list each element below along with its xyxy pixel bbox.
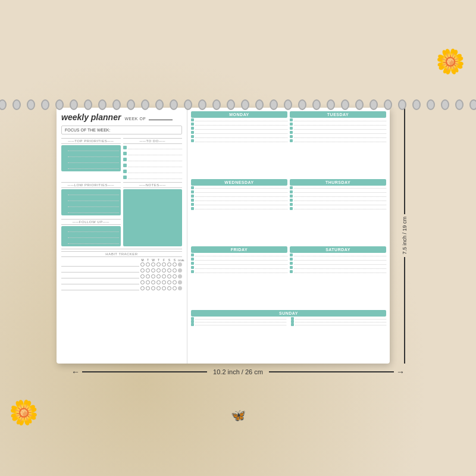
check-box-icon bbox=[123, 152, 127, 155]
spiral-coil bbox=[55, 99, 64, 110]
todo-item[interactable] bbox=[123, 145, 183, 150]
habit-circles bbox=[140, 268, 177, 273]
friday-header: FRIDAY bbox=[191, 246, 287, 253]
check-box-icon bbox=[63, 198, 67, 201]
day-line-item[interactable] bbox=[290, 270, 386, 273]
day-check-icon bbox=[290, 253, 293, 256]
day-goal: GOAL bbox=[178, 259, 182, 262]
day-line-item[interactable] bbox=[191, 207, 287, 210]
spiral-coil bbox=[255, 99, 264, 110]
low-priorities-items bbox=[61, 189, 121, 215]
todo-item[interactable] bbox=[123, 175, 183, 180]
day-line-item[interactable] bbox=[290, 135, 386, 138]
follow-up-item[interactable] bbox=[63, 240, 119, 245]
low-priority-item[interactable] bbox=[63, 209, 119, 214]
day-check-icon bbox=[290, 199, 293, 202]
spiral-coil bbox=[227, 99, 235, 110]
day-line-item[interactable] bbox=[191, 323, 286, 326]
spiral-binding bbox=[0, 99, 476, 110]
day-line-item[interactable] bbox=[290, 139, 386, 142]
low-priority-item[interactable] bbox=[63, 203, 119, 208]
wednesday-lines bbox=[191, 186, 287, 245]
day-line-item[interactable] bbox=[290, 203, 386, 206]
spiral-coil bbox=[398, 99, 406, 110]
day-line-item[interactable] bbox=[291, 323, 386, 326]
day-check-icon bbox=[291, 323, 294, 326]
day-line-item[interactable] bbox=[290, 123, 386, 126]
low-priorities-label: LOW PRIORITIES bbox=[61, 182, 121, 188]
day-line-item[interactable] bbox=[290, 207, 386, 210]
day-check-icon bbox=[191, 266, 194, 269]
day-line-item[interactable] bbox=[191, 190, 287, 193]
follow-up-item[interactable] bbox=[63, 228, 119, 233]
priority-item[interactable] bbox=[63, 147, 119, 152]
low-priority-item[interactable] bbox=[63, 197, 119, 202]
top-priorities-items bbox=[61, 145, 121, 171]
day-check-icon bbox=[290, 258, 293, 261]
spiral-coil bbox=[284, 99, 292, 110]
spiral-coil bbox=[241, 99, 249, 110]
day-line-item[interactable] bbox=[290, 127, 386, 130]
day-line-item[interactable] bbox=[290, 131, 386, 134]
todo-item[interactable] bbox=[123, 169, 183, 174]
day-check-icon bbox=[290, 266, 293, 269]
day-line-item[interactable] bbox=[191, 270, 287, 273]
week-of-label: WEEK OF bbox=[124, 117, 172, 121]
priority-item[interactable] bbox=[63, 165, 119, 170]
day-check-icon bbox=[290, 190, 293, 193]
dim-line-left bbox=[82, 371, 207, 372]
day-line-item[interactable] bbox=[191, 266, 287, 269]
day-line-item[interactable] bbox=[191, 253, 287, 256]
focus-section[interactable]: FOCUS OF THE WEEK: bbox=[61, 126, 182, 134]
priority-item[interactable] bbox=[63, 153, 119, 158]
day-line-item[interactable] bbox=[191, 195, 287, 198]
follow-up-item[interactable] bbox=[63, 234, 119, 239]
priority-item[interactable] bbox=[63, 159, 119, 164]
week-line[interactable] bbox=[149, 120, 173, 120]
spiral-coil bbox=[155, 99, 164, 110]
day-line-item[interactable] bbox=[191, 199, 287, 202]
sunday-lines bbox=[191, 317, 386, 326]
dimension-width-label: 10.2 inch / 26 cm bbox=[209, 368, 267, 375]
day-line-item[interactable] bbox=[191, 262, 287, 265]
habit-name-line[interactable] bbox=[61, 286, 139, 290]
day-line-item[interactable] bbox=[191, 123, 287, 126]
day-line-item[interactable] bbox=[290, 195, 386, 198]
day-line-item[interactable] bbox=[290, 118, 386, 121]
day-line-item[interactable] bbox=[191, 203, 287, 206]
day-line-item[interactable] bbox=[290, 190, 386, 193]
day-line-item[interactable] bbox=[290, 253, 386, 256]
day-line-item[interactable] bbox=[191, 127, 287, 130]
habit-name-line[interactable] bbox=[61, 268, 139, 273]
day-check-icon bbox=[191, 270, 194, 273]
low-priority-item[interactable] bbox=[63, 191, 119, 196]
planner-title: weekly planner bbox=[61, 112, 121, 122]
day-line-item[interactable] bbox=[290, 199, 386, 202]
habit-name-line[interactable] bbox=[61, 274, 139, 278]
day-line-item[interactable] bbox=[290, 262, 386, 265]
notes-area[interactable] bbox=[123, 189, 183, 246]
todo-item[interactable] bbox=[123, 163, 183, 168]
focus-label: FOCUS OF THE WEEK: bbox=[65, 128, 111, 132]
day-line-item[interactable] bbox=[191, 258, 287, 261]
habit-name-line[interactable] bbox=[61, 280, 139, 284]
day-line-item[interactable] bbox=[191, 139, 287, 142]
todo-item[interactable] bbox=[123, 151, 183, 156]
day-line-item[interactable] bbox=[191, 135, 287, 138]
low-priorities-box: LOW PRIORITIES FOLLOW UP bbox=[61, 182, 121, 246]
day-line-item[interactable] bbox=[290, 258, 386, 261]
day-line-item[interactable] bbox=[290, 186, 386, 189]
right-panel: MONDAY TUESDAY bbox=[187, 108, 390, 364]
day-line-item[interactable] bbox=[290, 266, 386, 269]
day-check-icon bbox=[191, 195, 194, 198]
day-line-item[interactable] bbox=[191, 186, 287, 189]
friday-lines bbox=[191, 253, 287, 308]
day-line-item[interactable] bbox=[191, 131, 287, 134]
spiral-coil bbox=[84, 99, 92, 110]
day-line-item[interactable] bbox=[191, 118, 287, 121]
spiral-coil bbox=[412, 99, 421, 110]
habit-name-line[interactable] bbox=[61, 262, 139, 267]
habit-row bbox=[61, 274, 182, 278]
todo-item[interactable] bbox=[123, 157, 183, 162]
spiral-coil bbox=[369, 99, 378, 110]
